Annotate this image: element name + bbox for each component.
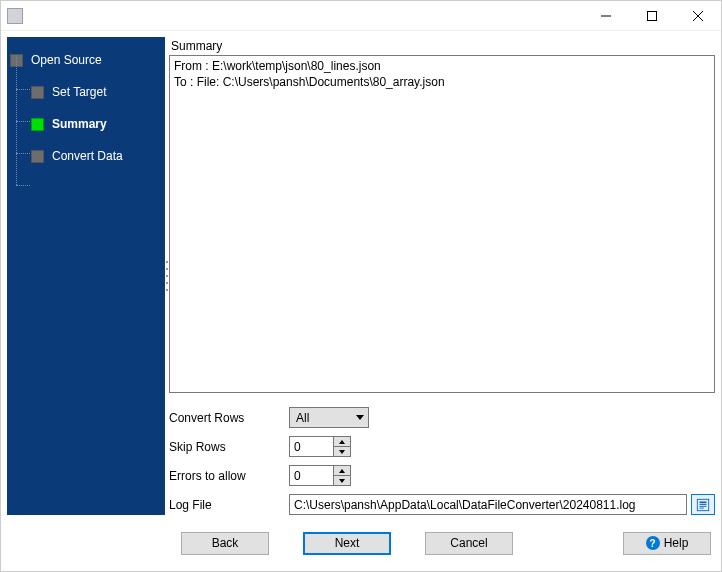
step-label: Open Source [31, 53, 102, 67]
help-icon: ? [646, 536, 660, 550]
svg-rect-8 [700, 507, 704, 508]
convert-rows-select[interactable]: All [289, 407, 369, 428]
skip-rows-label: Skip Rows [169, 440, 289, 454]
svg-rect-1 [648, 11, 657, 20]
spin-up-button[interactable] [334, 437, 350, 446]
svg-rect-7 [700, 505, 707, 506]
step-marker-icon [31, 86, 44, 99]
convert-rows-value: All [296, 411, 309, 425]
errors-allow-input[interactable] [289, 465, 333, 486]
skip-rows-stepper[interactable] [289, 436, 351, 457]
triangle-up-icon [339, 440, 345, 444]
close-button[interactable] [675, 1, 721, 31]
svg-rect-6 [700, 504, 707, 505]
help-button[interactable]: ? Help [623, 532, 711, 555]
next-button[interactable]: Next [303, 532, 391, 555]
step-open-source[interactable]: Open Source [7, 47, 165, 73]
log-file-input[interactable] [289, 494, 687, 515]
wizard-steps-sidebar: Open Source Set Target Summary Convert D… [7, 37, 165, 515]
chevron-down-icon [356, 415, 364, 420]
cancel-button[interactable]: Cancel [425, 532, 513, 555]
minimize-button[interactable] [583, 1, 629, 31]
titlebar [1, 1, 721, 31]
step-marker-icon [31, 118, 44, 131]
maximize-button[interactable] [629, 1, 675, 31]
splitter[interactable] [165, 37, 169, 515]
summary-to-line: To : File: C:\Users\pansh\Documents\80_a… [174, 75, 445, 89]
step-marker-icon [31, 150, 44, 163]
errors-allow-stepper[interactable] [289, 465, 351, 486]
convert-rows-label: Convert Rows [169, 411, 289, 425]
step-label: Summary [52, 117, 107, 131]
log-file-label: Log File [169, 498, 289, 512]
app-icon [7, 8, 23, 24]
wizard-footer: Back Next Cancel ? Help [7, 521, 715, 565]
svg-rect-5 [700, 501, 707, 503]
summary-heading: Summary [171, 39, 715, 53]
spin-down-button[interactable] [334, 446, 350, 456]
summary-from-line: From : E:\work\temp\json\80_lines.json [174, 59, 381, 73]
skip-rows-input[interactable] [289, 436, 333, 457]
step-label: Set Target [52, 85, 106, 99]
triangle-down-icon [339, 450, 345, 454]
step-convert-data[interactable]: Convert Data [7, 143, 165, 169]
triangle-down-icon [339, 479, 345, 483]
spin-up-button[interactable] [334, 466, 350, 475]
back-button[interactable]: Back [181, 532, 269, 555]
step-summary[interactable]: Summary [7, 111, 165, 137]
wizard-window: Open Source Set Target Summary Convert D… [0, 0, 722, 572]
errors-allow-label: Errors to allow [169, 469, 289, 483]
triangle-up-icon [339, 469, 345, 473]
browse-icon [696, 498, 710, 512]
summary-text-box[interactable]: From : E:\work\temp\json\80_lines.json T… [169, 55, 715, 393]
spin-down-button[interactable] [334, 475, 350, 485]
summary-pane: Summary From : E:\work\temp\json\80_line… [169, 37, 715, 515]
step-set-target[interactable]: Set Target [7, 79, 165, 105]
step-label: Convert Data [52, 149, 123, 163]
browse-log-button[interactable] [691, 494, 715, 515]
